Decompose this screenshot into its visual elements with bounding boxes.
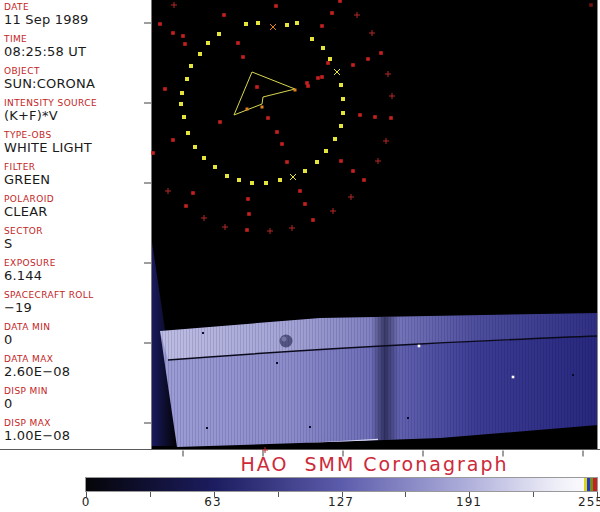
colorbar-tick	[533, 492, 534, 497]
ring-dot	[310, 37, 314, 41]
colorbar-end-stripe	[593, 478, 597, 491]
star-dot	[241, 55, 245, 59]
star-dot	[171, 138, 175, 142]
star-dot	[326, 61, 330, 65]
ring-dot	[341, 111, 345, 115]
colorbar-label: 0	[82, 495, 91, 509]
ring-dot	[185, 77, 189, 81]
colorbar-label: 127	[328, 495, 354, 509]
star-dot	[366, 57, 370, 61]
band-white-dot	[418, 345, 421, 348]
ring-dot	[182, 115, 186, 119]
ring-dot	[193, 145, 197, 149]
star-dot	[358, 113, 362, 117]
band-dark-speck	[572, 374, 574, 376]
colorbar	[85, 477, 598, 492]
colorbar-tick	[342, 492, 343, 497]
ring-dot	[315, 160, 319, 164]
star-dot	[316, 76, 320, 80]
star-dot	[339, 159, 343, 163]
ring-dot	[328, 57, 332, 61]
band-dark-speck	[206, 427, 208, 429]
star-dot	[191, 191, 195, 195]
ring-dot	[198, 52, 202, 56]
star-dot	[362, 178, 366, 182]
ring-dot	[225, 174, 229, 178]
star-dot	[351, 63, 355, 67]
star-dot	[236, 41, 240, 45]
colorbar-tick	[597, 492, 598, 497]
star-dot	[266, 116, 270, 120]
ring-dot	[264, 181, 268, 185]
band-dark-speck	[309, 426, 311, 428]
fiducial-dot	[261, 106, 264, 109]
colorbar-label: 191	[456, 495, 482, 509]
colorbar-tick	[469, 492, 470, 497]
colorbar-label: 255	[578, 495, 600, 509]
ring-dot	[179, 102, 183, 106]
ring-dot	[295, 21, 299, 25]
colorbar-label: 63	[204, 495, 221, 509]
band-dark-speck	[407, 417, 409, 419]
star-dot	[320, 75, 324, 79]
ring-dot	[339, 124, 343, 128]
faint-star-dot	[589, 3, 593, 7]
ring-dot	[189, 64, 193, 68]
star-dot	[218, 120, 222, 124]
star-dot	[222, 13, 226, 17]
star-dot	[151, 151, 155, 155]
ring-dot	[321, 46, 325, 50]
colorbar-tick	[214, 492, 215, 497]
star-dot	[280, 142, 284, 146]
ring-dot	[278, 178, 282, 182]
fiducial-dot	[246, 108, 249, 111]
colorbar-gradient	[86, 478, 597, 491]
band-dark-speck	[276, 362, 278, 364]
ring-dot	[206, 41, 210, 45]
star-dot	[158, 22, 162, 26]
star-dot	[275, 130, 279, 134]
star-dot	[303, 202, 307, 206]
colorbar-tick	[150, 492, 151, 497]
ring-dot	[303, 169, 307, 173]
colorbar-tick	[86, 492, 87, 497]
star-dot	[183, 42, 187, 46]
coronagraph-display	[0, 0, 600, 458]
star-dot	[246, 197, 250, 201]
ring-dot	[202, 156, 206, 160]
star-dot	[245, 228, 249, 232]
ring-dot	[213, 165, 217, 169]
star-dot	[373, 115, 377, 119]
star-dot	[255, 85, 259, 89]
star-dot	[389, 116, 393, 120]
ring-dot	[341, 97, 345, 101]
star-dot	[181, 34, 185, 38]
ring-dot	[186, 131, 190, 135]
band-smudge-core	[282, 337, 287, 342]
ring-dot	[339, 83, 343, 87]
star-dot	[171, 31, 175, 35]
star-dot	[330, 11, 334, 15]
band-dark-speck	[202, 332, 204, 334]
colorbar-tick	[405, 492, 406, 497]
star-dot	[379, 51, 383, 55]
colorbar-tick	[278, 492, 279, 497]
star-dot	[274, 4, 278, 8]
image-title: HAO SMM Coronagraph	[151, 453, 598, 475]
star-dot	[163, 87, 167, 91]
ring-dot	[256, 21, 260, 25]
ring-dot	[217, 32, 221, 36]
coronagraph-band	[152, 310, 598, 450]
ring-dot	[237, 178, 241, 182]
band-smudge	[280, 335, 293, 348]
band-white-dot	[512, 376, 515, 379]
ring-dot	[333, 137, 337, 141]
band-dark-streak	[371, 310, 399, 450]
ring-dot	[285, 23, 289, 27]
star-dot	[184, 204, 188, 208]
ring-dot	[244, 22, 248, 26]
ring-dot	[180, 91, 184, 95]
star-dot	[320, 24, 324, 28]
fiducial-dot	[294, 89, 297, 92]
star-dot	[285, 160, 289, 164]
